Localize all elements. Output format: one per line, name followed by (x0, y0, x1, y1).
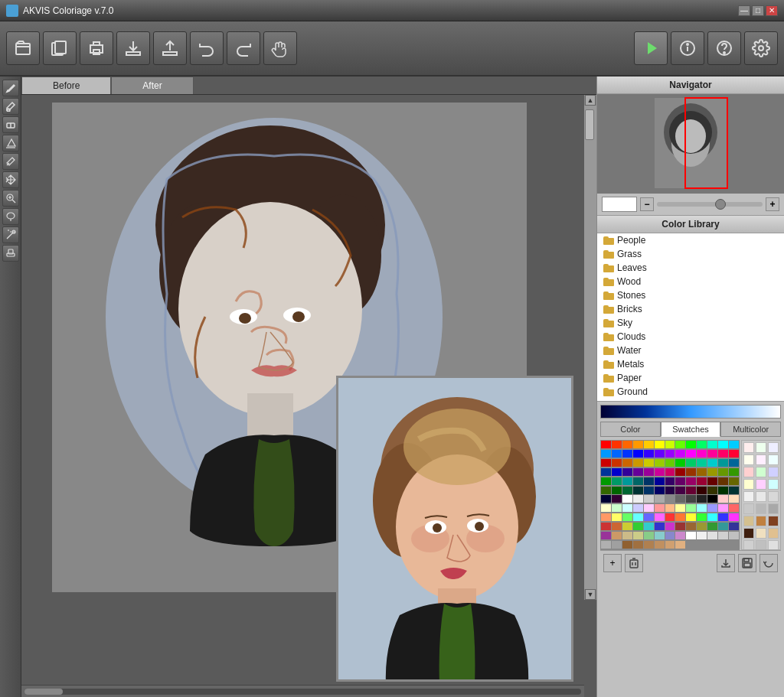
horizontal-scrollbar[interactable] (21, 685, 584, 697)
swatch-cell[interactable] (729, 441, 739, 448)
extra-swatch-cell[interactable] (756, 528, 766, 539)
swatch-cell[interactable] (644, 532, 654, 539)
swatch-cell[interactable] (729, 532, 739, 539)
swatch-cell[interactable] (633, 441, 643, 448)
lib-item-grass[interactable]: Grass (597, 247, 784, 261)
swatch-cell[interactable] (644, 541, 654, 549)
fill-tool[interactable] (2, 135, 19, 151)
swatch-cell[interactable] (612, 459, 622, 467)
swatch-cell[interactable] (655, 513, 665, 521)
swatch-cell[interactable] (665, 495, 675, 503)
swatch-cell[interactable] (601, 504, 611, 512)
swatch-cell[interactable] (622, 468, 632, 476)
swatch-cell[interactable] (601, 477, 611, 485)
swatch-cell[interactable] (718, 495, 728, 503)
extra-swatch-cell[interactable] (756, 454, 766, 465)
swatch-cell[interactable] (655, 477, 665, 485)
swatch-cell[interactable] (675, 477, 685, 485)
swatch-cell[interactable] (612, 468, 622, 476)
minimize-button[interactable]: — (738, 5, 750, 16)
swatch-cell[interactable] (633, 513, 643, 521)
swatch-cell[interactable] (612, 477, 622, 485)
undo-button[interactable] (190, 31, 224, 65)
zoom-in-button[interactable]: + (766, 197, 779, 211)
swatch-cell[interactable] (665, 468, 675, 476)
redo-button[interactable] (227, 31, 260, 65)
navigator-preview[interactable] (597, 94, 784, 194)
swatch-cell[interactable] (675, 441, 685, 448)
swatch-cell[interactable] (633, 468, 643, 476)
swatch-cell[interactable] (686, 441, 696, 448)
lasso-tool[interactable] (2, 208, 19, 225)
extra-swatch-cell[interactable] (768, 491, 779, 502)
extra-swatch-cell[interactable] (756, 503, 766, 514)
swatch-cell[interactable] (707, 450, 717, 458)
scroll-down-button[interactable]: ▼ (585, 589, 596, 600)
swatch-cell[interactable] (665, 477, 675, 485)
swatch-cell[interactable] (697, 487, 707, 494)
swatch-cell[interactable] (633, 450, 643, 458)
canvas-viewport[interactable]: ▲ ▼ (21, 95, 596, 697)
swatch-cell[interactable] (655, 441, 665, 448)
swatch-cell[interactable] (622, 513, 632, 521)
swatch-cell[interactable] (644, 495, 654, 503)
swatch-cell[interactable] (686, 468, 696, 476)
swatch-cell[interactable] (675, 523, 685, 530)
swatch-cell[interactable] (633, 495, 643, 503)
swatch-cell[interactable] (665, 450, 675, 458)
swatch-cell[interactable] (675, 495, 685, 503)
swatch-cell[interactable] (675, 513, 685, 521)
lib-item-water[interactable]: Water (597, 344, 784, 357)
swatch-cell[interactable] (675, 450, 685, 458)
swatch-cell[interactable] (686, 459, 696, 467)
swatch-cell[interactable] (655, 541, 665, 549)
swatch-cell[interactable] (644, 477, 654, 485)
swatch-cell[interactable] (729, 487, 739, 494)
swatch-cell[interactable] (622, 495, 632, 503)
lib-item-people[interactable]: People (597, 233, 784, 247)
swatch-cell[interactable] (612, 523, 622, 530)
swatch-cell[interactable] (707, 523, 717, 530)
tab-before[interactable]: Before (21, 77, 111, 94)
brush-tool[interactable] (2, 98, 19, 115)
swatch-cell[interactable] (612, 532, 622, 539)
load-swatches-button[interactable] (717, 554, 735, 572)
swatch-cell[interactable] (612, 513, 622, 521)
delete-swatch-button[interactable] (625, 554, 643, 572)
lib-item-sky[interactable]: Sky (597, 316, 784, 330)
swatch-cell[interactable] (729, 523, 739, 530)
close-button[interactable]: ✕ (766, 5, 778, 16)
swatch-cell[interactable] (729, 459, 739, 467)
swatch-cell[interactable] (718, 477, 728, 485)
swatch-cell[interactable] (729, 513, 739, 521)
swatch-cell[interactable] (622, 459, 632, 467)
extra-swatch-cell[interactable] (743, 516, 754, 526)
extra-swatch-cell[interactable] (768, 516, 779, 526)
extra-swatch-cell[interactable] (756, 491, 766, 502)
swatch-cell[interactable] (729, 468, 739, 476)
swatch-cell[interactable] (655, 468, 665, 476)
swatch-cell[interactable] (633, 477, 643, 485)
swatch-cell[interactable] (644, 459, 654, 467)
swatch-cell[interactable] (644, 441, 654, 448)
swatch-cell[interactable] (675, 504, 685, 512)
lib-item-metals[interactable]: Metals (597, 357, 784, 371)
zoom-slider-thumb[interactable] (715, 199, 726, 210)
swatch-cell[interactable] (633, 541, 643, 549)
swatch-cell[interactable] (633, 532, 643, 539)
swatch-cell[interactable] (718, 504, 728, 512)
extra-swatch-cell[interactable] (768, 454, 779, 465)
swatch-cell[interactable] (675, 468, 685, 476)
extra-swatch-cell[interactable] (743, 491, 754, 502)
swatch-cell[interactable] (686, 450, 696, 458)
swatch-cell[interactable] (601, 487, 611, 494)
batch-button[interactable] (43, 31, 77, 65)
swatch-cell[interactable] (707, 441, 717, 448)
tab-color[interactable]: Color (600, 422, 661, 437)
hand-button[interactable] (263, 31, 297, 65)
swatch-cell[interactable] (697, 441, 707, 448)
extra-swatch-cell[interactable] (743, 479, 754, 490)
swatch-cell[interactable] (697, 504, 707, 512)
swatch-cell[interactable] (665, 541, 675, 549)
swatch-cell[interactable] (612, 441, 622, 448)
